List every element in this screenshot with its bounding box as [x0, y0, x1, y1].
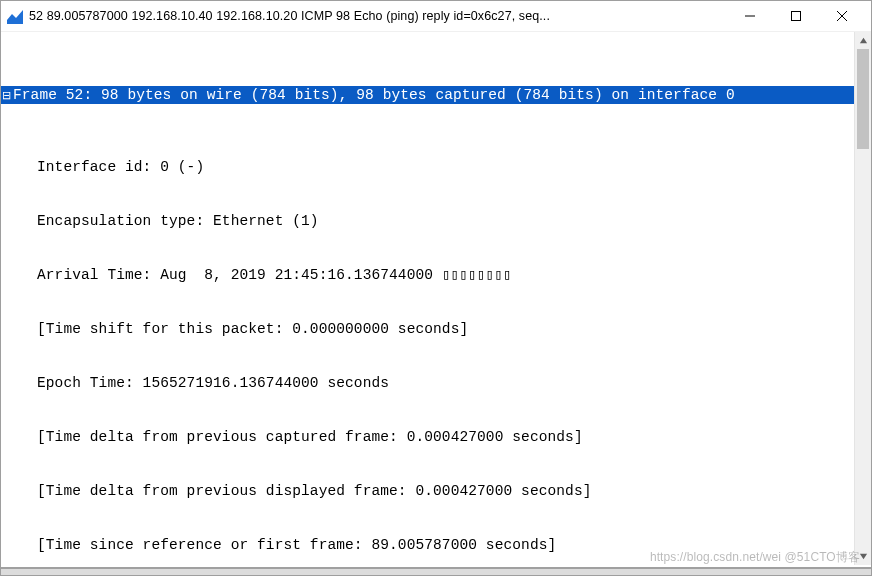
detail-row[interactable]: [Time shift for this packet: 0.000000000…	[1, 320, 854, 338]
detail-row[interactable]: [Time delta from previous captured frame…	[1, 428, 854, 446]
minimize-button[interactable]	[727, 1, 773, 31]
frame-node[interactable]: ⊟ Frame 52: 98 bytes on wire (784 bits),…	[1, 86, 854, 104]
scroll-thumb[interactable]	[857, 49, 869, 149]
detail-row[interactable]: Encapsulation type: Ethernet (1)	[1, 212, 854, 230]
footer-strip	[1, 569, 871, 575]
field-text: Encapsulation type: Ethernet (1)	[13, 212, 854, 230]
detail-row[interactable]: Interface id: 0 (-)	[1, 158, 854, 176]
titlebar: 52 89.005787000 192.168.10.40 192.168.10…	[1, 1, 871, 31]
field-text: [Time shift for this packet: 0.000000000…	[13, 320, 854, 338]
frame-header: Frame 52: 98 bytes on wire (784 bits), 9…	[13, 86, 854, 104]
detail-row[interactable]: Epoch Time: 1565271916.136744000 seconds	[1, 374, 854, 392]
packet-details-pane: ⊟ Frame 52: 98 bytes on wire (784 bits),…	[1, 32, 871, 565]
expanded-icon[interactable]: ⊟	[1, 86, 13, 104]
detail-row[interactable]: Arrival Time: Aug 8, 2019 21:45:16.13674…	[1, 266, 854, 284]
scroll-down-button[interactable]	[855, 548, 871, 565]
app-window: 52 89.005787000 192.168.10.40 192.168.10…	[0, 0, 872, 576]
close-button[interactable]	[819, 1, 865, 31]
maximize-button[interactable]	[773, 1, 819, 31]
field-text: [Time delta from previous captured frame…	[13, 428, 854, 446]
field-text: Interface id: 0 (-)	[13, 158, 854, 176]
field-text: Arrival Time: Aug 8, 2019 21:45:16.13674…	[13, 266, 854, 284]
detail-row[interactable]: [Time delta from previous displayed fram…	[1, 482, 854, 500]
wireshark-icon	[7, 8, 29, 24]
window-controls	[727, 1, 865, 31]
scroll-track[interactable]	[855, 49, 871, 548]
vertical-scrollbar[interactable]	[854, 32, 871, 565]
scroll-up-button[interactable]	[855, 32, 871, 49]
timezone-glyphs: ▯▯▯▯▯▯▯▯	[442, 267, 512, 283]
field-text: Epoch Time: 1565271916.136744000 seconds	[13, 374, 854, 392]
svg-rect-1	[792, 12, 801, 21]
detail-row[interactable]: [Time since reference or first frame: 89…	[1, 536, 854, 554]
tree-view[interactable]: ⊟ Frame 52: 98 bytes on wire (784 bits),…	[1, 32, 854, 565]
field-text: [Time delta from previous displayed fram…	[13, 482, 854, 500]
field-text: [Time since reference or first frame: 89…	[13, 536, 854, 554]
arrival-time-value: Arrival Time: Aug 8, 2019 21:45:16.13674…	[37, 267, 442, 283]
window-title: 52 89.005787000 192.168.10.40 192.168.10…	[29, 7, 727, 25]
